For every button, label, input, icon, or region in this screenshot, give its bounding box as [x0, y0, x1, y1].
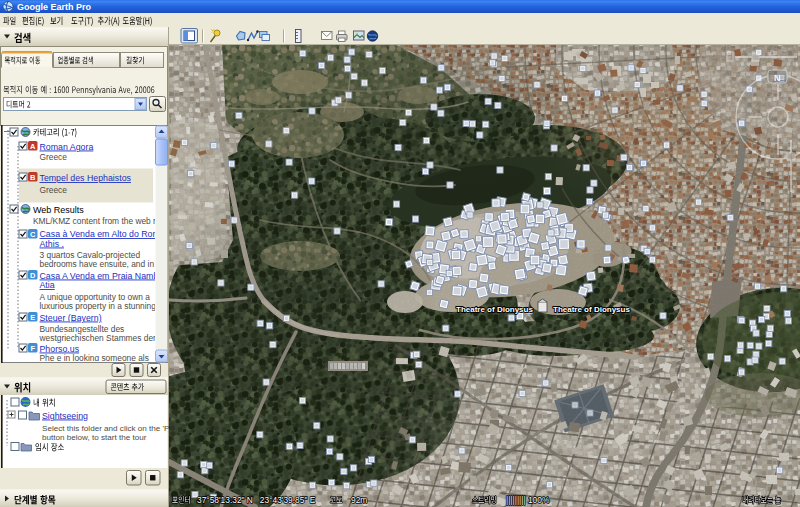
svg-text:Athis .: Athis . [40, 239, 64, 249]
svg-text:Select this folder and click o: Select this folder and click on the 'Pla… [42, 424, 182, 433]
svg-text:C: C [30, 230, 36, 239]
svg-text:Google Earth Pro: Google Earth Pro [17, 2, 92, 12]
svg-text:Phe e in looking someone als: Phe e in looking someone als [40, 353, 149, 363]
svg-text:Casa A Venda em Praia Nambi: Casa A Venda em Praia Nambi [40, 271, 161, 281]
svg-text:luxurious property in a stunni: luxurious property in a stunning [40, 301, 157, 311]
svg-text:A: A [30, 142, 36, 151]
svg-text:Web Results: Web Results [33, 205, 84, 215]
svg-text:button below, to start the tou: button below, to start the tour [42, 433, 147, 442]
svg-text:Greece: Greece [40, 185, 68, 195]
svg-text:92m: 92m [351, 495, 367, 505]
svg-text:Tempel des Hephaistos: Tempel des Hephaistos [40, 173, 132, 183]
svg-text:Sightseeing: Sightseeing [42, 411, 88, 421]
svg-text:||||||||| 100%: ||||||||| 100% [506, 495, 550, 505]
svg-text:E: E [30, 313, 35, 322]
svg-text:37°58'13.32" N 23°43'39.85": 37°58'13.32" N 23°43'39.85" E [197, 495, 316, 505]
svg-text:Roman Agora: Roman Agora [40, 142, 94, 152]
svg-text:Theatre of Dionysus: Theatre of Dionysus [553, 305, 630, 314]
svg-text:Atia: Atia [40, 280, 55, 290]
svg-text:bedrooms have ensuite, and in: bedrooms have ensuite, and in [40, 259, 155, 269]
svg-text:F: F [30, 344, 35, 353]
svg-text:B: B [30, 173, 36, 182]
svg-text:D: D [30, 271, 36, 280]
svg-text:westgriechischen Stammes der: westgriechischen Stammes der [39, 333, 157, 343]
svg-text:Casa à Venda em Alto do Rom: Casa à Venda em Alto do Rom [40, 229, 160, 239]
svg-text:Steuer (Bayern): Steuer (Bayern) [40, 313, 102, 323]
svg-text:KML/KMZ content from the web r: KML/KMZ content from the web rel [33, 216, 163, 226]
svg-text:Greece: Greece [40, 152, 68, 162]
svg-text:Theatre of Dionysus: Theatre of Dionysus [456, 305, 533, 314]
svg-text:N: N [774, 73, 781, 83]
